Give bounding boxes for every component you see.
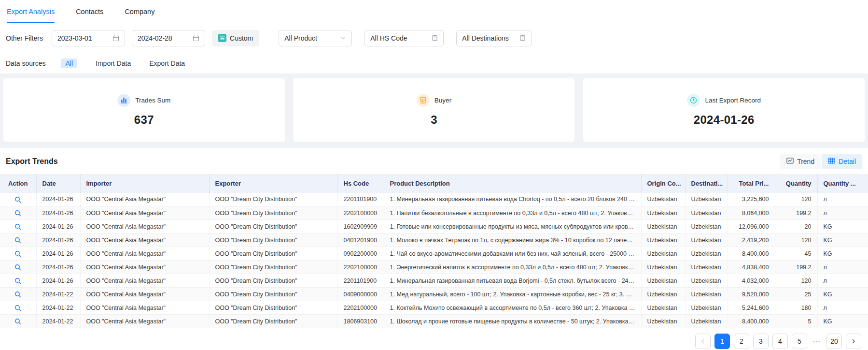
cell-quantity-unit: KG [817,233,868,247]
cell-date: 2024-01-22 [36,288,80,301]
search-icon[interactable] [14,291,21,298]
hs-code-select[interactable]: All HS Code [364,30,444,46]
chevron-down-icon [340,35,346,41]
next-page-button[interactable] [846,334,861,349]
cell-hs-code: 1806903100 [337,315,384,328]
buyer-label: Buyer [434,97,451,104]
col-origin-country: Origin Co... [641,175,685,193]
search-icon[interactable] [14,210,21,217]
data-source-export[interactable]: Export Data [149,59,185,67]
table-row: 2024-01-22 OOO "Central Asia Megastar" O… [0,301,868,315]
export-trends-table: Action Date Importer Exporter Hs Code Pr… [0,174,868,328]
product-select-value: All Product [284,34,317,42]
table-row: 2024-01-26 OOO "Central Asia Megastar" O… [0,247,868,261]
table-header-row: Action Date Importer Exporter Hs Code Pr… [0,175,868,193]
date-to-input[interactable] [138,34,186,42]
cell-importer: OOO "Central Asia Megastar" [80,315,209,328]
cell-quantity: 180 [775,301,817,315]
data-source-all[interactable]: All [61,58,77,68]
shop-icon [417,94,430,107]
search-icon[interactable] [14,318,21,325]
document-icon [519,35,526,41]
trades-sum-label: Trades Sum [135,97,170,104]
search-icon[interactable] [14,264,21,271]
cell-total-price: 4,032,000 [728,274,775,288]
hs-code-select-value: All HS Code [370,34,407,42]
cell-hs-code: 2202100000 [337,206,384,220]
cell-exporter: OOO "Dream City Distribution" [209,288,337,301]
destinations-select[interactable]: All Destinations [456,30,532,46]
cell-exporter: OOO "Dream City Distribution" [209,315,337,328]
cell-quantity: 120 [775,193,817,206]
cell-date: 2024-01-26 [36,274,80,288]
col-action: Action [0,175,36,193]
cell-quantity-unit: л [817,301,868,315]
cell-importer: OOO "Central Asia Megastar" [80,220,209,233]
page-number-button[interactable]: 1 [714,334,730,349]
cell-quantity-unit: л [817,274,868,288]
tab-company[interactable]: Company [125,0,154,23]
table-row: 2024-01-26 OOO "Central Asia Megastar" O… [0,261,868,274]
prev-page-button[interactable] [695,334,711,349]
cell-importer: OOO "Central Asia Megastar" [80,206,209,220]
pagination: 12345 ••• 20 [0,328,868,349]
data-source-import[interactable]: Import Data [96,59,131,67]
cell-destination: Uzbekistan [685,220,728,233]
page-number-button[interactable]: 3 [753,334,769,349]
date-from-field[interactable] [52,30,125,46]
filter-bar: Other Filters ⌘ Custom All Product All H… [0,23,868,53]
search-icon[interactable] [14,196,21,203]
cell-origin-country: Uzbekistan [641,288,685,301]
col-hs-code: Hs Code [337,175,384,193]
cell-destination: Uzbekistan [685,206,728,220]
page-number-button[interactable]: 4 [772,334,788,349]
page-number-button[interactable]: 2 [734,334,749,349]
page-number-button[interactable]: 5 [792,334,807,349]
last-page-button[interactable]: 20 [826,334,842,349]
tab-export-analysis[interactable]: Export Analysis [7,0,55,23]
cell-importer: OOO "Central Asia Megastar" [80,247,209,261]
cell-total-price: 8,400,000 [728,247,775,261]
search-icon[interactable] [14,223,21,230]
cell-quantity: 199.2 [775,206,817,220]
other-filters-label: Other Filters [6,34,43,42]
search-icon[interactable] [14,277,21,284]
cell-exporter: OOO "Dream City Distribution" [209,301,337,315]
cell-importer: OOO "Central Asia Megastar" [80,301,209,315]
trades-sum-card: Trades Sum 637 [3,78,285,142]
table-row: 2024-01-26 OOO "Central Asia Megastar" O… [0,233,868,247]
product-select[interactable]: All Product [279,30,352,46]
cell-hs-code: 2201101900 [337,193,384,206]
search-icon[interactable] [14,237,21,244]
detail-view-label: Detail [839,158,856,165]
cell-quantity-unit: KG [817,288,868,301]
cell-quantity-unit: л [817,193,868,206]
cell-date: 2024-01-26 [36,261,80,274]
search-icon[interactable] [14,250,21,257]
cell-importer: OOO "Central Asia Megastar" [80,261,209,274]
date-to-field[interactable] [132,30,205,46]
export-analysis-page: Export Analysis Contacts Company Other F… [0,0,868,350]
export-trends-header: Export Trends Trend Detail [0,148,868,174]
col-quantity: Quantity [775,175,817,193]
date-from-input[interactable] [57,34,106,42]
cell-origin-country: Uzbekistan [641,220,685,233]
cell-total-price: 8,064,000 [728,206,775,220]
cell-hs-code: 0401201900 [337,233,384,247]
cell-origin-country: Uzbekistan [641,233,685,247]
cell-exporter: OOO "Dream City Distribution" [209,193,337,206]
search-icon[interactable] [14,305,21,311]
tab-contacts[interactable]: Contacts [76,0,103,23]
cell-importer: OOO "Central Asia Megastar" [80,193,209,206]
trend-view-button[interactable]: Trend [780,154,821,169]
col-exporter: Exporter [209,175,337,193]
cell-date: 2024-01-22 [36,315,80,328]
cell-date: 2024-01-26 [36,247,80,261]
data-sources-label: Data sources [6,59,45,67]
cell-product-description: 1. Напитки безалкогольные в ассортименте… [384,206,641,220]
detail-view-button[interactable]: Detail [822,154,862,169]
table-row: 2024-01-26 OOO "Central Asia Megastar" O… [0,220,868,233]
table-row: 2024-01-22 OOO "Central Asia Megastar" O… [0,288,868,301]
export-trends-title: Export Trends [6,157,58,166]
custom-range-button[interactable]: ⌘ Custom [212,30,259,46]
